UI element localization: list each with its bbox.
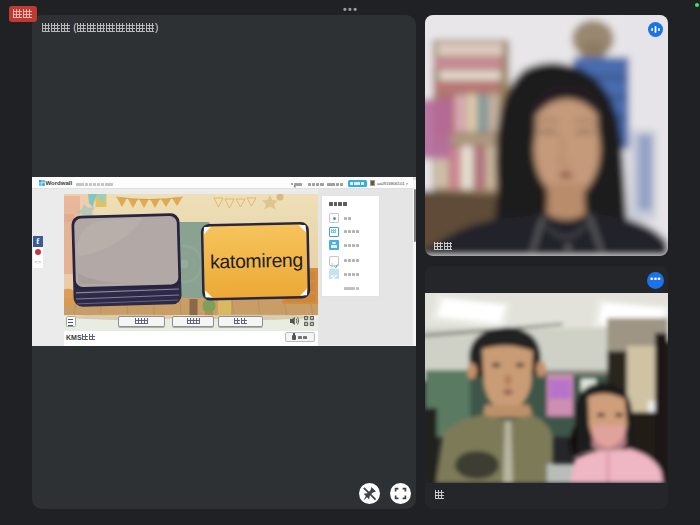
- svg-text:katomireng: katomireng: [209, 248, 302, 272]
